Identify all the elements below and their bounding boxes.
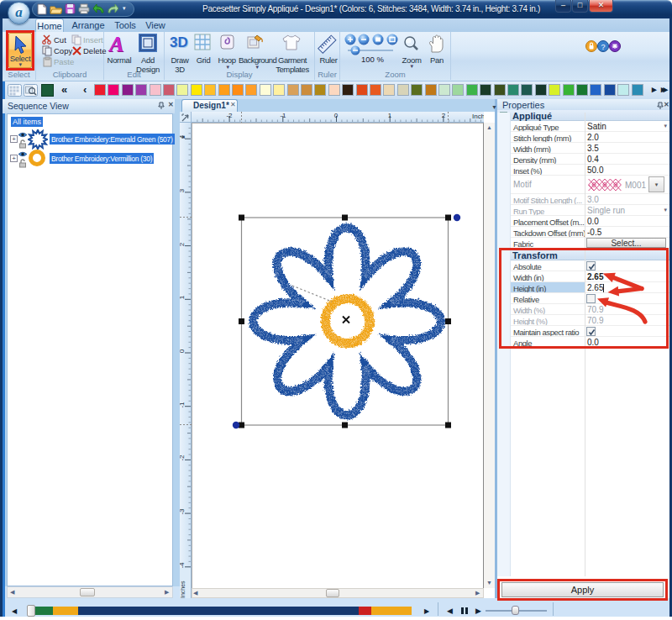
svg-text:1: 1	[388, 112, 392, 119]
svg-text:2: 2	[442, 112, 446, 119]
svg-text:0: 0	[334, 112, 339, 119]
svg-text:?: ?	[601, 43, 605, 51]
svg-text:3: 3	[180, 188, 186, 192]
svg-text:-1: -1	[280, 112, 286, 119]
svg-text:Inches: Inches	[472, 113, 484, 120]
svg-text:4: 4	[180, 134, 186, 139]
svg-text:1: 1	[180, 295, 186, 299]
svg-text:2: 2	[180, 242, 186, 246]
svg-text:-2: -2	[226, 112, 233, 119]
svg-text:0: 0	[180, 349, 186, 353]
svg-text:-3: -3	[180, 508, 186, 515]
svg-text:-2: -2	[180, 454, 186, 461]
svg-text:-1: -1	[180, 402, 186, 408]
